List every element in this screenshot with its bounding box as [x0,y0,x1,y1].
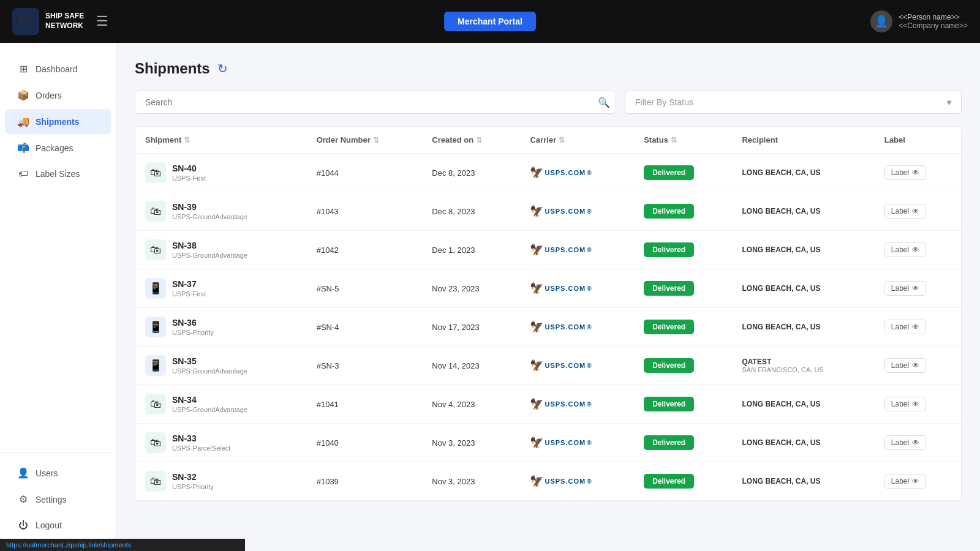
merchant-portal-button[interactable]: Merchant Portal [444,12,536,31]
table-row: 🛍 SN-33 USPS-ParcelSelect #1040 Nov 3, 2… [135,424,961,462]
cell-label-1: Label 👁 [875,192,961,231]
label-button-4[interactable]: Label 👁 [884,320,926,334]
cell-carrier-2: 🦅 USPS.COM ® [520,231,634,269]
cell-created-2: Dec 1, 2023 [422,231,520,269]
hamburger-icon[interactable]: ☰ [96,13,108,29]
main-layout: ⊞ Dashboard 📦 Orders 🚚 Shipments 📫 Packa… [0,43,980,551]
shipment-info-4: SN-36 USPS-Priority [172,318,214,336]
shipment-name-8[interactable]: SN-32 [172,472,214,482]
search-button[interactable]: 🔍 [598,97,610,108]
sidebar-item-settings[interactable]: ⚙ Settings [5,487,111,512]
cell-created-4: Nov 17, 2023 [422,308,520,347]
table-row: 📱 SN-36 USPS-Priority #SN-4 Nov 17, 2023… [135,308,961,347]
shipment-name-5[interactable]: SN-35 [172,356,247,366]
refresh-icon[interactable]: ↻ [217,61,228,76]
cell-created-8: Nov 3, 2023 [422,462,520,501]
shipment-service-0: USPS-First [172,174,206,182]
label-button-0[interactable]: Label 👁 [884,165,926,180]
search-input[interactable] [135,91,616,114]
eye-icon-8: 👁 [912,477,919,485]
sort-icon-shipment[interactable]: ⇅ [184,136,190,144]
shipments-tbody: 🛍 SN-40 USPS-First #1044 Dec 8, 2023 🦅 U… [135,154,961,501]
label-button-3[interactable]: Label 👁 [884,281,926,296]
label-button-1[interactable]: Label 👁 [884,204,926,219]
shipment-icon-1: 🛍 [145,201,166,222]
shipment-name-4[interactable]: SN-36 [172,318,214,328]
shipment-info-0: SN-40 USPS-First [172,163,206,182]
cell-created-7: Nov 3, 2023 [422,424,520,462]
shipment-name-1[interactable]: SN-39 [172,202,247,212]
user-info: <<Person name>> <<Company name>> [899,13,968,30]
main-content: Shipments ↻ 🔍 Filter By Status Delivered… [116,43,980,551]
label-text-4: Label [891,323,909,331]
label-button-2[interactable]: Label 👁 [884,242,926,257]
sidebar-item-label-sizes[interactable]: 🏷 Label Sizes [5,162,111,186]
shipment-icon-7: 🛍 [145,432,166,453]
sidebar-label-dashboard: Dashboard [36,64,78,74]
label-button-7[interactable]: Label 👁 [884,435,926,450]
label-text-8: Label [891,477,909,485]
logo-icon: 🛡 [12,8,39,35]
sort-icon-order[interactable]: ⇅ [373,136,379,144]
label-text-1: Label [891,207,909,216]
status-badge-5: Delivered [644,358,694,373]
shipment-name-6[interactable]: SN-34 [172,395,247,405]
cell-carrier-7: 🦅 USPS.COM ® [520,424,634,462]
sort-icon-status[interactable]: ⇅ [671,136,677,144]
shipment-name-2[interactable]: SN-38 [172,241,247,250]
orders-icon: 📦 [17,89,29,101]
sidebar-item-orders[interactable]: 📦 Orders [5,83,111,108]
shipments-table-container: Shipment ⇅ Order Number ⇅ [135,126,962,501]
col-created-on: Created on ⇅ [422,127,520,154]
topbar-center: Merchant Portal [444,12,536,31]
filter-wrapper: Filter By Status Delivered In Transit Pe… [625,91,962,114]
sidebar-item-users[interactable]: 👤 Users [5,460,111,485]
table-row: 🛍 SN-39 USPS-GroundAdvantage #1043 Dec 8… [135,192,961,231]
cell-created-1: Dec 8, 2023 [422,192,520,231]
usps-logo-5: 🦅 USPS.COM ® [530,359,624,372]
cell-recipient-2: LONG BEACH, CA, US [732,231,874,269]
shipment-icon-3: 📱 [145,278,166,299]
cell-recipient-8: LONG BEACH, CA, US [732,462,874,501]
shipment-service-2: USPS-GroundAdvantage [172,252,247,259]
usps-logo-1: 🦅 USPS.COM ® [530,204,624,218]
label-button-8[interactable]: Label 👁 [884,474,926,489]
sidebar-item-dashboard[interactable]: ⊞ Dashboard [5,56,111,81]
sort-icon-created[interactable]: ⇅ [476,136,482,144]
page-header: Shipments ↻ [135,60,962,77]
cell-label-0: Label 👁 [875,154,961,192]
label-text-6: Label [891,400,909,408]
usps-logo-6: 🦅 USPS.COM ® [530,397,624,411]
sidebar-item-logout[interactable]: ⏻ Logout [5,513,111,538]
shipment-icon-5: 📱 [145,355,166,376]
cell-order-8: #1039 [307,462,423,501]
url-bar: https://uatmerchant.zipship.link/shipmen… [0,539,245,551]
label-button-5[interactable]: Label 👁 [884,358,926,373]
sidebar-item-packages[interactable]: 📫 Packages [5,135,111,160]
sidebar: ⊞ Dashboard 📦 Orders 🚚 Shipments 📫 Packa… [0,43,116,551]
label-sizes-icon: 🏷 [17,168,29,179]
shipment-name-7[interactable]: SN-33 [172,433,230,443]
status-badge-3: Delivered [644,281,694,296]
cell-shipment-6: 🛍 SN-34 USPS-GroundAdvantage [135,385,307,424]
label-button-6[interactable]: Label 👁 [884,397,926,411]
filter-by-status-select[interactable]: Filter By Status Delivered In Transit Pe… [625,91,962,114]
cell-label-3: Label 👁 [875,269,961,308]
label-text-7: Label [891,438,909,447]
table-header: Shipment ⇅ Order Number ⇅ [135,127,961,154]
sidebar-item-shipments[interactable]: 🚚 Shipments [5,109,111,134]
person-name: <<Person name>> [899,13,968,21]
cell-order-7: #1040 [307,424,423,462]
shipment-name-0[interactable]: SN-40 [172,163,206,173]
shipment-name-3[interactable]: SN-37 [172,279,206,289]
shipment-icon-6: 🛍 [145,394,166,414]
cell-carrier-6: 🦅 USPS.COM ® [520,385,634,424]
cell-status-3: Delivered [634,269,732,308]
cell-label-4: Label 👁 [875,308,961,347]
label-text-0: Label [891,168,909,177]
cell-label-7: Label 👁 [875,424,961,462]
cell-status-1: Delivered [634,192,732,231]
cell-shipment-3: 📱 SN-37 USPS-First [135,269,307,308]
cell-recipient-1: LONG BEACH, CA, US [732,192,874,231]
sort-icon-carrier[interactable]: ⇅ [559,136,565,144]
